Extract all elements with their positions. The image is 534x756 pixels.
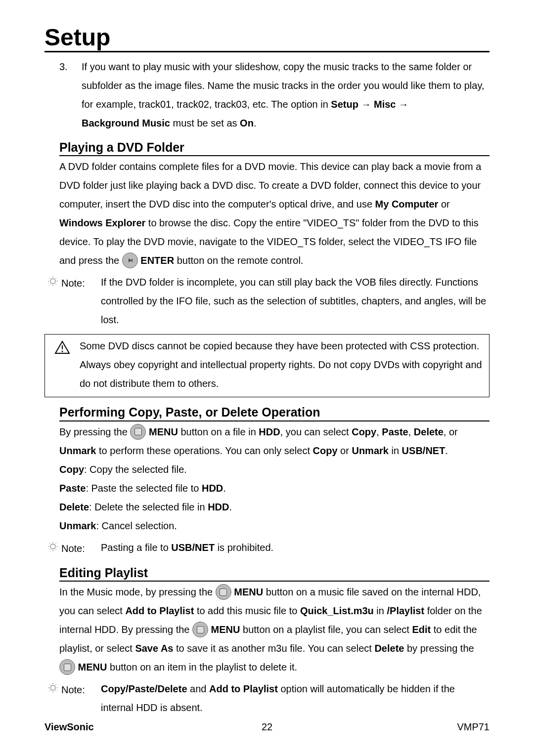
svg-line-19 [49,543,50,544]
text: to perform these operations. You can onl… [96,445,312,456]
svg-line-8 [55,278,56,279]
text: to add this music file to [194,605,300,616]
svg-line-20 [55,543,56,544]
warning-box: Some DVD discs cannot be copied because … [44,334,490,397]
menu-button-icon [59,659,75,675]
text: Background Music must be set as On. [82,114,490,132]
svg-rect-1 [132,259,133,262]
text: If you want to play music with your slid… [82,61,484,110]
bold-text: Unmark [59,520,96,531]
bold-text: Delete [414,426,444,437]
arrow-icon: → [358,99,374,110]
note-label: Note: [61,273,101,293]
text: button on a playlist file, you can selec… [240,624,412,635]
enter-button-icon [122,252,138,268]
bold-text: Background Music [82,118,170,128]
note-label: Note: [61,679,101,699]
paragraph: By pressing the MENU button on a file in… [59,422,490,460]
svg-line-28 [49,684,50,685]
bold-text: Add to Playlist [209,683,278,694]
page-number: 22 [44,717,490,736]
list-item: Copy: Copy the selected file. [59,460,490,479]
text: button on a file in [178,426,259,437]
step-3: 3. If you want to play music with your s… [59,57,490,132]
bold-text: Unmark [352,445,388,456]
text: : Copy the selected file. [84,464,187,475]
note: Note: If the DVD folder is incomplete, y… [44,273,490,329]
bold-text: Unmark [59,445,96,456]
bold-text: Copy/Paste/Delete [101,683,187,694]
svg-point-14 [50,544,55,549]
arrow-icon: → [396,99,408,110]
bold-text: Copy [352,426,376,437]
bold-text: Copy [59,464,84,475]
heading-copy-paste: Performing Copy, Paste, or Delete Operat… [59,404,490,421]
bold-text: ENTER [140,255,174,266]
menu-button-icon [130,424,146,440]
bold-text: On [240,118,254,128]
note: Note: Pasting a file to USB/NET is prohi… [44,538,490,558]
text: Pasting a file to [101,542,171,553]
bold-text: USB/NET [171,542,215,553]
note-body: Copy/Paste/Delete and Add to Playlist op… [101,679,490,717]
heading-editing-playlist: Editing Playlist [59,565,490,582]
bold-text: HDD [208,502,229,512]
text: : Cancel selection. [96,520,177,531]
bold-text: USB/NET [402,445,445,456]
text: button on an item in the playlist to del… [107,662,297,672]
list-item: Delete: Delete the selected file in HDD. [59,498,490,516]
content-area: 3. If you want to play music with your s… [44,57,490,717]
text: or [438,199,449,210]
note: Note: Copy/Paste/Delete and Add to Playl… [44,679,490,717]
text: and [187,683,209,694]
note-label: Note: [61,538,101,558]
bold-text: Paste [59,483,86,494]
bold-text: MENU [78,662,107,672]
text: , [376,426,382,437]
text: . [445,445,448,456]
paragraph: A DVD folder contains complete files for… [59,157,490,270]
page-footer: ViewSonic 22 VMP71 [44,717,490,736]
bold-text: MENU [234,587,263,597]
text: In the Music mode, by pressing the [59,587,216,597]
page-title: Setup [44,25,490,52]
text: button on the remote control. [174,255,303,266]
list-item: Unmark: Cancel selection. [59,516,490,535]
bold-text: /Playlist [387,605,425,616]
text: or [338,445,352,456]
bold-text: Save As [135,643,173,654]
svg-line-9 [49,284,50,285]
bold-text: Delete [374,643,404,654]
list-item: Paste: Paste the selected file to HDD. [59,479,490,498]
svg-line-10 [55,284,56,285]
menu-button-icon [216,584,231,600]
svg-line-7 [49,278,50,279]
text: is prohibited. [215,542,273,553]
bold-text: Windows Explorer [59,217,145,228]
bold-text: Misc [374,99,396,110]
text: . [229,502,232,512]
bold-text: MENU [149,426,178,437]
menu-button-icon [192,622,208,637]
text: By pressing the [59,426,130,437]
lightbulb-icon [44,273,61,288]
svg-line-29 [55,684,56,685]
note-body: Pasting a file to USB/NET is prohibited. [101,538,490,557]
bold-text: Edit [412,624,431,635]
step-number: 3. [59,57,82,132]
bold-text: My Computer [375,199,439,210]
warning-text: Some DVD discs cannot be copied because … [75,336,484,393]
bold-text: MENU [211,624,240,635]
lightbulb-icon [44,538,61,553]
text: by pressing the [404,643,474,654]
text: , you can select [280,426,352,437]
svg-line-31 [55,690,56,691]
bold-text: Quick_List.m3u [300,605,374,616]
text: : Delete the selected file in [89,502,208,512]
step-body: If you want to play music with your slid… [82,57,490,132]
text: must be set as [170,118,240,128]
lightbulb-icon [44,679,61,694]
bold-text: Paste [382,426,408,437]
svg-point-2 [50,279,55,284]
svg-marker-0 [129,258,132,262]
